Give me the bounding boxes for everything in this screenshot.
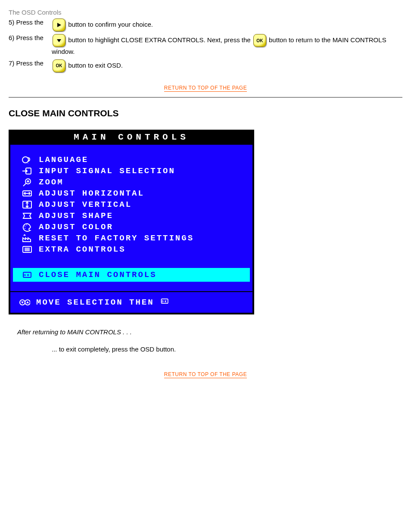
- return-top-link-2[interactable]: RETURN TO TOP OF THE PAGE: [164, 371, 247, 378]
- play-icon: [53, 19, 65, 31]
- horizontal-icon: [16, 189, 39, 198]
- osd-footer-text: MOVE SELECTION THEN: [36, 298, 154, 307]
- osd-body: LANGUAGE INPUT SIGNAL SELECTION ZOOM ADJ…: [9, 144, 253, 292]
- svg-line-6: [23, 183, 26, 186]
- factory-icon: [16, 233, 39, 243]
- svg-point-14: [26, 224, 27, 225]
- osd-reset-label: RESET TO FACTORY SETTINGS: [39, 233, 194, 243]
- svg-point-15: [25, 228, 25, 229]
- step-5-num: 5) Press the: [9, 19, 52, 26]
- svg-text:OK: OK: [162, 299, 167, 303]
- step-7: 7) Press the OK button to exit OSD.: [9, 59, 402, 72]
- section-heading: CLOSE MAIN CONTROLS: [9, 108, 402, 118]
- svg-marker-0: [57, 23, 61, 27]
- osd-zoom-label: ZOOM: [39, 177, 64, 187]
- osd-horizontal[interactable]: ADJUST HORIZONTAL: [13, 188, 250, 199]
- osd-horizontal-label: ADJUST HORIZONTAL: [39, 189, 144, 198]
- osd-reset[interactable]: RESET TO FACTORY SETTINGS: [13, 233, 250, 244]
- palette-icon: [16, 222, 39, 232]
- step-7-tail: button to exit OSD.: [68, 61, 123, 68]
- osd-extra-label: EXTRA CONTROLS: [39, 245, 126, 254]
- osd-close-main[interactable]: OK CLOSE MAIN CONTROLS: [13, 268, 250, 282]
- osd-language-label: LANGUAGE: [39, 155, 88, 165]
- divider: [9, 97, 402, 98]
- osd-zoom[interactable]: ZOOM: [13, 177, 250, 188]
- step-7-num: 7) Press the: [9, 59, 52, 67]
- svg-point-13: [25, 226, 25, 227]
- chevron-down-icon: [53, 34, 65, 47]
- step-6-num: 6) Press the: [9, 34, 52, 41]
- osd-input-label: INPUT SIGNAL SELECTION: [39, 166, 175, 176]
- svg-text:OK: OK: [24, 273, 31, 277]
- osd-panel: MAIN CONTROLS LANGUAGE INPUT SIGNAL SELE…: [9, 130, 254, 314]
- vertical-icon: [16, 200, 39, 209]
- osd-input-signal[interactable]: INPUT SIGNAL SELECTION: [13, 165, 250, 177]
- osd-title: MAIN CONTROLS: [9, 131, 253, 144]
- osd-color-label: ADJUST COLOR: [39, 222, 113, 232]
- svg-marker-23: [21, 302, 24, 304]
- globe-question-icon: [16, 155, 39, 165]
- ok-icon: OK: [253, 34, 266, 47]
- osd-close-label: CLOSE MAIN CONTROLS: [39, 270, 157, 280]
- body-text: ... to exit completely, press the OSD bu…: [52, 345, 176, 353]
- ok-box-icon: OK: [160, 296, 170, 308]
- input-icon: [16, 166, 39, 176]
- osd-footer: MOVE SELECTION THEN OK: [9, 292, 253, 314]
- ok-box-icon: OK: [16, 270, 39, 280]
- magnifier-icon: [16, 177, 39, 187]
- osd-extra[interactable]: EXTRA CONTROLS: [13, 244, 250, 255]
- return-top-link[interactable]: RETURN TO TOP OF THE PAGE: [164, 85, 247, 92]
- osd-color[interactable]: ADJUST COLOR: [13, 221, 250, 233]
- step-5: 5) Press the button to confirm your choi…: [9, 19, 402, 31]
- osd-shape[interactable]: ADJUST SHAPE: [13, 210, 250, 221]
- osd-language[interactable]: LANGUAGE: [13, 154, 250, 165]
- step-6: 6) Press the button to highlight CLOSE E…: [9, 34, 402, 57]
- page-header: The OSD Controls: [9, 9, 402, 16]
- shape-icon: [16, 211, 39, 221]
- svg-point-2: [22, 157, 28, 163]
- svg-marker-1: [57, 39, 61, 42]
- footnote: After returning to MAIN CONTROLS . . .: [17, 327, 394, 337]
- list-icon: [16, 245, 39, 254]
- ok-icon: OK: [53, 59, 65, 72]
- step-5-tail: button to confirm your choice.: [68, 21, 153, 28]
- svg-marker-25: [26, 301, 29, 303]
- updown-icon: [13, 298, 36, 307]
- svg-point-3: [28, 163, 28, 163]
- osd-shape-label: ADJUST SHAPE: [39, 211, 113, 221]
- osd-vertical-label: ADJUST VERTICAL: [39, 200, 132, 209]
- steps-list: 5) Press the button to confirm your choi…: [9, 19, 402, 72]
- osd-vertical[interactable]: ADJUST VERTICAL: [13, 199, 250, 210]
